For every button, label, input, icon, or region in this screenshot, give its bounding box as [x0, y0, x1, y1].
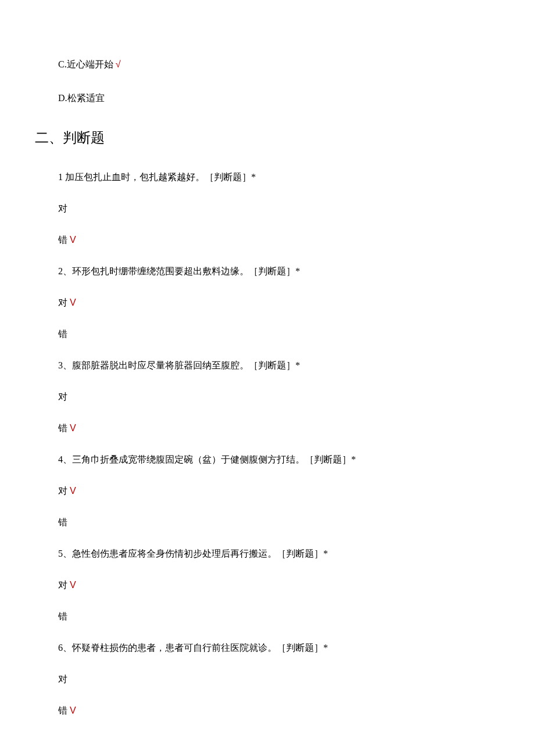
answer-wrong: 错 [58, 327, 477, 341]
question-text: 1 加压包扎止血时，包扎越紧越好。［判断题］* [58, 170, 477, 184]
answer-label: 错 [58, 705, 67, 715]
question-text: 3、腹部脏器脱出时应尽量将脏器回纳至腹腔。［判断题］* [58, 359, 477, 372]
option-d: D.松紧适宜 [58, 92, 477, 105]
option-d-label: D.松紧适宜 [58, 93, 105, 103]
option-c: C.近心端开始 √ [58, 58, 477, 71]
answer-correct: 对 V [58, 578, 477, 592]
answer-correct: 对 [58, 202, 477, 216]
check-icon: V [70, 705, 76, 715]
section-heading: 二、判断题 [35, 128, 477, 147]
option-c-label: C.近心端开始 [58, 59, 113, 69]
answer-label: 错 [58, 423, 67, 433]
question-block: 2、环形包扎时绷带缠绕范围要超出敷料边缘。［判断题］* 对 V 错 [58, 264, 477, 341]
check-icon: V [70, 235, 76, 245]
question-text: 5、急性创伤患者应将全身伤情初步处理后再行搬运。［判断题］* [58, 547, 477, 561]
check-icon: V [70, 486, 76, 496]
answer-wrong: 错 [58, 515, 477, 529]
question-text: 2、环形包扎时绷带缠绕范围要超出敷料边缘。［判断题］* [58, 264, 477, 278]
question-text: 4、三角巾折叠成宽带绕腹固定碗（盆）于健侧腹侧方打结。［判断题］* [58, 453, 477, 467]
answer-label: 错 [58, 517, 67, 527]
answer-label: 错 [58, 611, 67, 621]
answer-correct: 对 [58, 672, 477, 686]
answer-label: 对 [58, 203, 67, 213]
question-block: 1 加压包扎止血时，包扎越紧越好。［判断题］* 对 错 V [58, 170, 477, 247]
answer-wrong: 错 V [58, 704, 477, 718]
answer-label: 错 [58, 235, 67, 245]
check-icon: V [70, 580, 76, 590]
answer-correct: 对 V [58, 484, 477, 498]
answer-label: 对 [58, 486, 67, 496]
answer-correct: 对 [58, 390, 477, 404]
answer-wrong: 错 V [58, 233, 477, 247]
check-icon: V [70, 423, 76, 433]
question-block: 4、三角巾折叠成宽带绕腹固定碗（盆）于健侧腹侧方打结。［判断题］* 对 V 错 [58, 453, 477, 529]
check-icon: √ [116, 59, 121, 69]
answer-label: 错 [58, 329, 67, 339]
question-text: 6、怀疑脊柱损伤的患者，患者可自行前往医院就诊。［判断题］* [58, 641, 477, 655]
document-page: C.近心端开始 √ D.松紧适宜 二、判断题 1 加压包扎止血时，包扎越紧越好。… [0, 0, 535, 756]
question-block: 6、怀疑脊柱损伤的患者，患者可自行前往医院就诊。［判断题］* 对 错 V [58, 641, 477, 718]
check-icon: V [70, 298, 76, 307]
answer-label: 对 [58, 580, 67, 590]
answer-correct: 对 V [58, 296, 477, 310]
answer-label: 对 [58, 674, 67, 684]
question-block: 5、急性创伤患者应将全身伤情初步处理后再行搬运。［判断题］* 对 V 错 [58, 547, 477, 624]
answer-label: 对 [58, 392, 67, 402]
answer-wrong: 错 [58, 610, 477, 624]
answer-label: 对 [58, 298, 67, 307]
question-block: 3、腹部脏器脱出时应尽量将脏器回纳至腹腔。［判断题］* 对 错 V [58, 359, 477, 435]
answer-wrong: 错 V [58, 421, 477, 435]
